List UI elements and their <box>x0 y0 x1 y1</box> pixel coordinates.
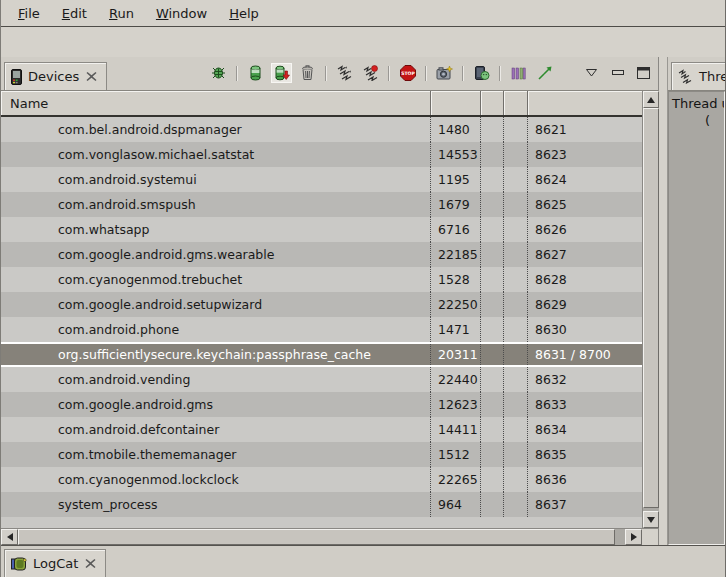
column-header-pid[interactable] <box>431 91 481 115</box>
column-header-name[interactable]: Name <box>1 91 431 115</box>
stop-process-icon[interactable]: STOP <box>398 64 417 82</box>
empty-cell <box>504 242 528 267</box>
table-header: Name <box>1 91 642 117</box>
toolbar-separator <box>425 66 427 81</box>
table-row[interactable]: com.google.android.gms 12623 8633 <box>1 392 642 417</box>
scroll-left-button[interactable] <box>1 529 18 545</box>
scrollbar-corner <box>642 529 658 545</box>
process-pid: 1528 <box>431 267 481 292</box>
logcat-bar: LogCat <box>1 545 725 577</box>
column-header-port[interactable] <box>528 91 642 115</box>
table-row[interactable]: com.whatsapp 6716 8626 <box>1 217 642 242</box>
threads-message: Thread up ( <box>668 91 725 545</box>
table-row[interactable]: com.bel.android.dspmanager 1480 8621 <box>1 117 642 142</box>
table-rows: com.bel.android.dspmanager 1480 8621 com… <box>1 117 642 528</box>
empty-cell <box>481 467 504 492</box>
process-pid: 964 <box>431 492 481 517</box>
empty-cell <box>504 442 528 467</box>
scroll-right-button[interactable] <box>625 529 642 545</box>
tab-logcat-label: LogCat <box>33 556 78 571</box>
process-port: 8625 <box>528 192 642 217</box>
process-port: 8621 <box>528 117 642 142</box>
devices-tabbar: Devices <box>1 57 658 91</box>
scroll-up-button[interactable] <box>643 91 659 108</box>
process-port: 8631 / 8700 <box>528 344 642 365</box>
process-name: com.bel.android.dspmanager <box>1 117 431 142</box>
empty-cell <box>481 167 504 192</box>
table-row[interactable]: com.cyanogenmod.trebuchet 1528 8628 <box>1 267 642 292</box>
table-row-selected[interactable]: org.sufficientlysecure.keychain:passphra… <box>1 342 642 367</box>
table-row[interactable]: com.google.android.gms.wearable 22185 86… <box>1 242 642 267</box>
panel-splitter[interactable] <box>659 57 667 545</box>
tab-threads-label: Threa <box>699 69 725 84</box>
menu-help[interactable]: Help <box>218 2 270 25</box>
column-header-3[interactable] <box>504 91 528 115</box>
table-row[interactable]: com.tmobile.thememanager 1512 8635 <box>1 442 642 467</box>
process-name: system_process <box>1 492 431 517</box>
screen-capture-icon[interactable] <box>435 64 454 82</box>
process-pid: 14553 <box>431 142 481 167</box>
table-row[interactable]: com.android.systemui 1195 8624 <box>1 167 642 192</box>
view-menu-icon[interactable] <box>582 64 601 82</box>
close-icon[interactable] <box>84 557 97 570</box>
empty-cell <box>481 344 504 365</box>
table-row[interactable]: com.google.android.setupwizard 22250 862… <box>1 292 642 317</box>
process-pid: 22250 <box>431 292 481 317</box>
process-name: com.vonglasow.michael.satstat <box>1 142 431 167</box>
update-heap-icon[interactable] <box>246 64 265 82</box>
table-row[interactable]: com.cyanogenmod.lockclock 22265 8636 <box>1 467 642 492</box>
systrace-icon[interactable] <box>509 64 528 82</box>
start-method-profiling-icon[interactable] <box>361 64 380 82</box>
process-port: 8627 <box>528 242 642 267</box>
process-port: 8634 <box>528 417 642 442</box>
process-pid: 1471 <box>431 317 481 342</box>
empty-cell <box>504 317 528 342</box>
minimize-icon[interactable] <box>608 64 627 82</box>
tab-devices[interactable]: Devices <box>4 62 107 90</box>
table-row[interactable]: com.android.phone 1471 8630 <box>1 317 642 342</box>
column-header-2[interactable] <box>481 91 504 115</box>
empty-cell <box>504 467 528 492</box>
process-port: 8636 <box>528 467 642 492</box>
menu-window[interactable]: Window <box>145 2 218 25</box>
tab-threads[interactable]: Threa <box>671 62 725 90</box>
scroll-down-button[interactable] <box>643 511 659 528</box>
cause-gc-icon[interactable] <box>298 64 317 82</box>
screen-record-icon[interactable] <box>472 64 491 82</box>
empty-cell <box>481 392 504 417</box>
logcat-icon <box>11 557 27 571</box>
horizontal-scroll-track[interactable] <box>18 529 625 545</box>
vertical-scroll-track[interactable] <box>643 108 659 511</box>
table-row[interactable]: com.vonglasow.michael.satstat 14553 8623 <box>1 142 642 167</box>
threads-message-line1: Thread up <box>672 95 724 112</box>
horizontal-scroll-thumb[interactable] <box>18 529 615 545</box>
table-row[interactable]: com.android.defcontainer 14411 8634 <box>1 417 642 442</box>
opengl-trace-icon[interactable] <box>535 64 554 82</box>
close-icon[interactable] <box>85 70 98 83</box>
table-row[interactable]: com.android.vending 22440 8632 <box>1 367 642 392</box>
maximize-icon[interactable] <box>634 64 653 82</box>
process-name: org.sufficientlysecure.keychain:passphra… <box>1 344 431 365</box>
empty-cell <box>481 192 504 217</box>
update-threads-icon[interactable] <box>335 64 354 82</box>
menu-edit[interactable]: Edit <box>51 2 98 25</box>
process-port: 8637 <box>528 492 642 517</box>
empty-cell <box>504 367 528 392</box>
vertical-scrollbar[interactable] <box>642 91 659 528</box>
process-port: 8626 <box>528 217 642 242</box>
empty-cell <box>504 167 528 192</box>
horizontal-scrollbar[interactable] <box>1 529 642 545</box>
debug-process-icon[interactable] <box>209 64 228 82</box>
process-port: 8628 <box>528 267 642 292</box>
table-row[interactable]: com.android.smspush 1679 8625 <box>1 192 642 217</box>
process-table: Name com.bel.android.dspmanager 1480 <box>1 91 658 545</box>
menu-file[interactable]: File <box>7 2 51 25</box>
menu-run[interactable]: Run <box>98 2 145 25</box>
tab-logcat[interactable]: LogCat <box>4 549 106 577</box>
table-row[interactable]: system_process 964 8637 <box>1 492 642 517</box>
vertical-scroll-thumb[interactable] <box>643 108 659 508</box>
process-name: com.tmobile.thememanager <box>1 442 431 467</box>
process-pid: 12623 <box>431 392 481 417</box>
dump-hprof-icon[interactable] <box>272 64 291 82</box>
devices-panel: Devices <box>1 57 659 545</box>
